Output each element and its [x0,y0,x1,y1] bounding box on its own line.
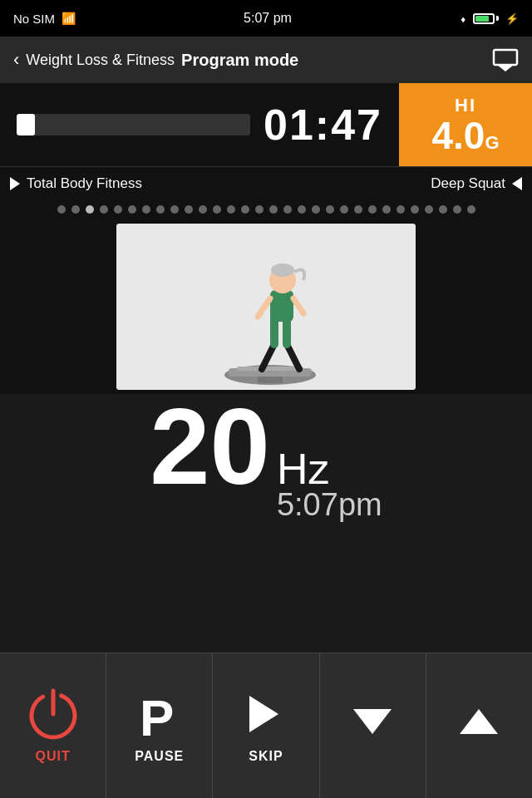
frequency-value: 20 [150,392,270,500]
dot-23 [382,205,391,214]
status-right: ⬧ ⚡ [460,12,519,25]
nav-left: ‹ Weight Loss & Fitness Program mode [13,49,298,71]
status-time: 5:07 pm [244,11,292,26]
hi-value: 4.0 [431,116,485,155]
dot-24 [397,205,405,214]
dot-19 [326,205,334,214]
back-button[interactable]: ‹ [13,49,19,71]
svg-rect-6 [258,377,283,383]
progress-bar-container [17,114,250,135]
play-icon [10,177,20,190]
nav-subtitle: Weight Loss & Fitness [26,52,175,69]
svg-text:P: P [140,689,174,741]
dot-13 [241,205,249,214]
battery-container [473,13,499,24]
hi-badge: HI 4.0 G [399,83,532,166]
up-button[interactable] [426,653,532,798]
svg-rect-11 [270,290,293,322]
frequency-section: 20 Hz 5:07pm [0,394,532,527]
dot-20 [340,205,348,214]
progress-fill [17,114,35,135]
carrier-label: No SIM [13,12,55,26]
down-button[interactable] [320,653,426,798]
dot-15 [269,205,278,214]
current-exercise-label: Total Body Fitness [27,175,142,192]
dot-12 [227,205,235,214]
chevron-up-icon [456,695,502,748]
dot-1 [71,205,80,214]
nav-title: Program mode [181,51,298,70]
quit-button[interactable]: QUIT [0,653,106,798]
dot-21 [354,205,362,214]
dot-25 [411,205,419,214]
dot-2 [86,205,94,214]
dot-8 [170,205,179,214]
skip-button[interactable]: SKIP [213,653,319,798]
frequency-row: 20 Hz 5:07pm [150,392,382,530]
top-section: 01:47 HI 4.0 G [0,83,532,166]
dot-29 [467,205,475,214]
exercise-row: Total Body Fitness Deep Squat [0,166,532,200]
battery-body [473,13,495,24]
next-exercise-label: Deep Squat [431,175,505,192]
dot-4 [114,205,122,214]
dot-14 [255,205,264,214]
airplay-button[interactable] [492,48,519,71]
quit-icon [27,687,80,741]
skip-label: SKIP [249,749,283,764]
svg-marker-1 [497,65,514,71]
dot-6 [142,205,150,214]
dot-11 [213,205,221,214]
back-icon [512,177,522,190]
hi-unit: G [485,132,499,154]
controls-section: QUIT P PAUSE SKIP [0,653,532,798]
timer-display: 01:47 [264,100,382,150]
nav-bar: ‹ Weight Loss & Fitness Program mode [0,37,532,83]
nav-title-section: Weight Loss & Fitness Program mode [26,51,298,70]
charging-icon: ⚡ [505,12,519,25]
skip-icon [245,687,287,741]
dot-28 [453,205,461,214]
frequency-unit: Hz [277,444,330,494]
status-left: No SIM 📶 [13,12,76,26]
dot-22 [368,205,377,214]
chevron-down-icon [349,695,396,748]
dot-3 [100,205,108,214]
pause-icon: P [136,687,183,741]
timer-section: 01:47 [0,83,399,166]
dot-7 [156,205,165,214]
exercise-image [116,224,416,390]
main-content: ‹ Weight Loss & Fitness Program mode 01:… [0,37,532,798]
dot-17 [298,205,306,214]
dot-9 [185,205,193,214]
exercise-image-container [0,219,532,394]
frequency-time: 5:07pm [277,487,382,530]
svg-marker-18 [249,696,278,732]
dot-5 [128,205,136,214]
exercise-svg [116,224,416,390]
battery-fill [475,16,489,22]
bluetooth-icon: ⬧ [460,12,466,25]
svg-rect-5 [237,367,303,371]
dot-16 [283,205,292,214]
dot-10 [199,205,207,214]
pause-button[interactable]: P PAUSE [106,653,213,798]
exercise-label-left: Total Body Fitness [10,175,142,192]
wifi-icon: 📶 [62,12,76,25]
dot-0 [57,205,66,214]
dot-26 [425,205,433,214]
dot-27 [439,205,447,214]
pause-label: PAUSE [135,749,184,764]
svg-point-13 [271,264,294,277]
exercise-label-right: Deep Squat [431,175,522,192]
svg-rect-0 [494,50,517,65]
status-bar: No SIM 📶 5:07 pm ⬧ ⚡ [0,0,532,37]
quit-label: QUIT [35,749,70,764]
dot-18 [312,205,320,214]
progress-track [17,114,250,135]
svg-marker-20 [460,709,498,734]
svg-marker-19 [353,709,392,734]
battery-tip [496,16,499,21]
dots-row [0,200,532,219]
